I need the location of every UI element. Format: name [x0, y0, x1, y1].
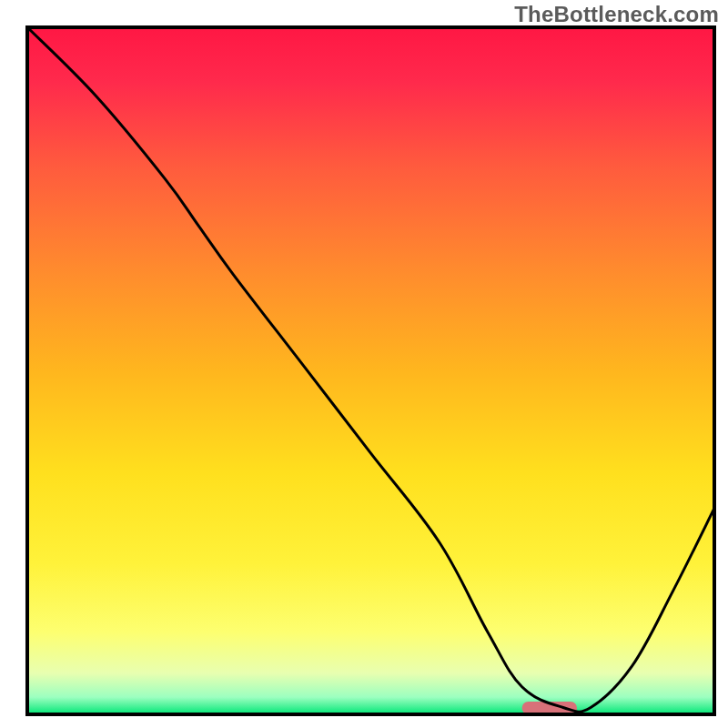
chart-stage: TheBottleneck.com	[0, 0, 728, 728]
gradient-background	[27, 27, 714, 714]
bottleneck-chart	[0, 0, 728, 728]
